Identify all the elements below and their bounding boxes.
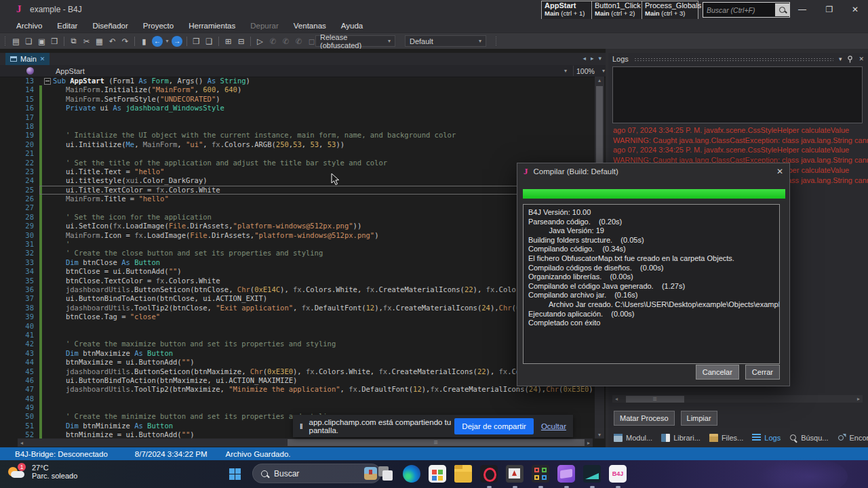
line-number[interactable]: 22 [0,159,39,167]
code-line-41[interactable]: 41 [0,331,593,340]
code-line-26[interactable]: 26 MainForm.Title = "hello" [0,195,593,203]
line-number[interactable]: 39 [0,312,39,321]
code-line-17[interactable]: 17 [0,113,593,122]
start-button[interactable] [229,468,241,480]
scroll-right-icon[interactable]: ▸ [585,440,593,446]
dialog-close-icon[interactable]: ✕ [776,167,783,176]
script-manager-icon[interactable]: ❑ [203,35,216,47]
code-line-14[interactable]: 14 MainForm.Initialize("MainForm", 600, … [0,85,593,94]
quick-sub-button[interactable]: Process_Globals Main (ctrl + 3) [642,1,698,20]
code-line-37[interactable]: 37 ui.ButtonBindToAction(btnClose, ui.AC… [0,294,593,303]
separator[interactable] [250,37,251,46]
line-number[interactable]: 42 [0,340,39,348]
line-number[interactable]: 20 [0,140,39,149]
panel-close-icon[interactable]: ✕ [859,56,864,62]
code-line-25[interactable]: 25 ui.Title.TextColor = fx.Colors.White [0,186,593,195]
menu-item[interactable]: Depurar [250,22,279,30]
navigate-forward-icon[interactable]: → [172,36,182,47]
line-number[interactable]: 28 [0,213,39,222]
navigate-back-icon[interactable]: ← [152,36,163,47]
code-line-43[interactable]: 43 Dim btnMaximize As Button [0,349,593,358]
toolbar-grip[interactable] [495,36,498,47]
tab-main[interactable]: Main ✕ [5,53,50,65]
code-area[interactable]: 13Sub AppStart (Form1 As Form, Args() As… [0,77,593,439]
code-line-30[interactable]: 30 MainForm.Icon = fx.LoadImage(File.Dir… [0,231,593,240]
cancel-button[interactable]: Cancelar [696,365,739,380]
hide-toast-link[interactable]: Ocultar [541,422,566,430]
menu-item[interactable]: Diseñador [92,22,127,30]
movies-app-icon[interactable] [557,465,576,488]
code-line-48[interactable]: 48 [0,394,593,403]
line-number[interactable]: 27 [0,203,39,212]
code-line-44[interactable]: 44 btnMaximize = ui.ButtonAdd("") [0,358,593,367]
opera-gx-icon[interactable] [479,465,498,488]
connect-bridge-icon[interactable]: ✆ [267,35,279,47]
save-all-icon[interactable]: ❒ [48,35,61,47]
line-number[interactable]: 38 [0,304,39,312]
code-line-33[interactable]: 33 Dim btnClose As Button [0,258,593,267]
line-number[interactable]: 25 [0,186,39,195]
line-number[interactable]: 18 [0,122,39,131]
line-number[interactable]: 14 [0,85,39,94]
line-number[interactable]: 36 [0,285,39,294]
code-line-42[interactable]: 42 ' Create the maximize button and set … [0,340,593,348]
open-project-icon[interactable]: ❏ [22,35,35,47]
file-explorer-icon[interactable] [454,465,473,488]
line-number[interactable]: 17 [0,113,39,122]
code-line-15[interactable]: 15 MainForm.SetFormStyle("UNDECORATED") [0,95,593,104]
clear-logs-button[interactable]: Limpiar [681,411,717,426]
tab-scroll-left-icon[interactable]: ◂ [583,55,586,62]
code-line-36[interactable]: 36 jdashboardUtils.ButtonSeticon(btnClos… [0,285,593,294]
code-line-35[interactable]: 35 btnClose.TextColor = fx.Colors.White [0,277,593,285]
close-button[interactable]: ✕ [844,0,867,19]
logs-horizontal-scrollbar[interactable]: ◂ ☰ ▸ [612,395,863,403]
code-line-27[interactable]: 27 [0,203,593,212]
new-project-icon[interactable]: ▤ [9,35,22,47]
save-icon[interactable]: ▣ [35,35,48,47]
connect-device-icon[interactable]: ✆ [279,35,292,47]
code-line-21[interactable]: 21 [0,149,593,158]
line-number[interactable]: 46 [0,376,39,385]
code-line-19[interactable]: 19 ' Initialize the UI object with the c… [0,131,593,140]
line-number[interactable]: 43 [0,349,39,358]
line-number[interactable]: 16 [0,104,39,113]
line-number[interactable]: 34 [0,267,39,276]
code-line-22[interactable]: 22 ' Set the title of the application an… [0,159,593,167]
b4j-icon[interactable]: B4J [608,465,627,488]
quick-sub-button[interactable]: AppStart Main (ctrl + 1) [541,1,593,20]
toolbar-grip[interactable] [4,36,7,47]
tab-list-icon[interactable]: ▾ [598,55,601,62]
panel-tab[interactable]: Encontr... [837,434,868,442]
scroll-up-icon[interactable]: ▴ [595,77,604,83]
pin-icon[interactable] [847,56,853,63]
search-go-button[interactable] [775,3,789,16]
build-config-dropdown[interactable]: Release (obfuscated) ▾ [315,35,395,47]
line-number[interactable]: 19 [0,131,39,140]
bookmark-icon[interactable]: ▮ [138,35,151,47]
logs-scroll-thumb[interactable]: ☰ [626,396,684,403]
code-line-47[interactable]: 47 jdashboardUtils.ToolTip2(btnMaximize,… [0,385,593,394]
tab-scroll-right-icon[interactable]: ▸ [591,55,594,62]
current-sub-selector[interactable]: AppStart [56,67,85,75]
scroll-down-icon[interactable]: ▾ [595,432,604,438]
code-line-28[interactable]: 28 ' Set the icon for the application [0,213,593,222]
photos-app-icon[interactable] [505,465,524,488]
horizontal-scrollbar[interactable]: ◂ ☰ ▸ [18,439,593,447]
search-input[interactable] [703,6,775,14]
back-history-icon[interactable]: ▾ [164,35,170,47]
tab-close-icon[interactable]: ✕ [40,56,45,62]
line-number[interactable]: 33 [0,258,39,267]
code-line-46[interactable]: 46 ui.ButtonBindToAction(btnMaximize, ui… [0,376,593,385]
menu-item[interactable]: Archivo [16,22,42,30]
line-number[interactable]: 13 [0,77,39,85]
compile-script-icon[interactable]: ❐ [190,35,203,47]
redo-icon[interactable]: ↷ [119,35,132,47]
scroll-left-icon[interactable]: ◂ [18,440,26,446]
scroll-left-icon[interactable]: ◂ [612,396,620,402]
line-number[interactable]: 37 [0,294,39,303]
code-line-20[interactable]: 20 ui.Initialize(Me, MainForm, "ui", fx.… [0,140,593,149]
stop-sharing-button[interactable]: Dejar de compartir [454,418,534,434]
cut-icon[interactable]: ✂ [80,35,93,47]
panel-tab[interactable]: Búsqu... [789,434,828,442]
paste-icon[interactable]: ▦ [93,35,106,47]
